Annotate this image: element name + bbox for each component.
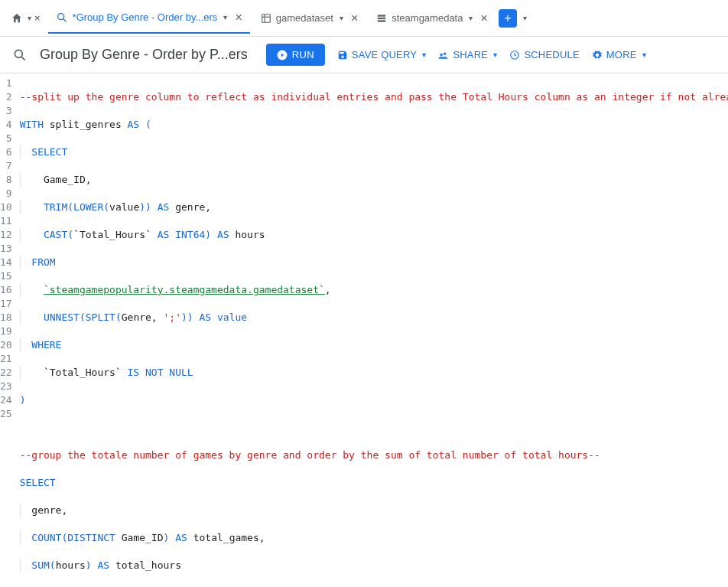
dropdown-icon[interactable]: ▾ [469, 14, 473, 22]
query-icon [56, 11, 68, 24]
dropdown-icon[interactable]: ▾ [340, 14, 343, 22]
svg-rect-5 [378, 15, 386, 16]
clock-icon [509, 50, 520, 60]
svg-line-9 [21, 56, 25, 60]
home-tab[interactable]: ▾ × [6, 12, 45, 24]
svg-rect-6 [378, 17, 386, 18]
code-content[interactable]: --split up the genre column to reflect a… [20, 77, 728, 587]
close-icon[interactable]: × [351, 11, 358, 25]
share-icon [438, 50, 449, 60]
tab-gamedataset[interactable]: gamedataset ▾ × [253, 3, 366, 34]
tab-label: gamedataset [276, 12, 333, 24]
close-icon[interactable]: × [235, 11, 242, 24]
new-tab-button[interactable]: + [499, 9, 517, 28]
close-icon[interactable]: × [34, 12, 41, 24]
sql-editor[interactable]: 1234567891011121314151617181920212223242… [0, 73, 728, 587]
dropdown-icon[interactable]: ▾ [223, 13, 227, 21]
run-button[interactable]: RUN [266, 44, 325, 66]
tab-label: steamgamedata [392, 12, 463, 24]
editor-toolbar: Group By Genre - Order by P...ers RUN SA… [0, 37, 728, 73]
dataset-icon [376, 13, 387, 24]
line-gutter: 1234567891011121314151617181920212223242… [0, 77, 20, 587]
share-button[interactable]: SHARE ▾ [438, 49, 497, 60]
schedule-button[interactable]: SCHEDULE [509, 49, 579, 60]
chevron-down-icon: ▾ [422, 51, 426, 59]
svg-line-1 [63, 18, 66, 21]
svg-rect-7 [378, 20, 386, 21]
query-icon [12, 47, 28, 63]
tab-query-active[interactable]: *Group By Genre - Order by...ers ▾ × [48, 3, 250, 34]
chevron-down-icon: ▾ [642, 51, 646, 59]
home-icon [11, 12, 23, 24]
play-icon [277, 50, 288, 60]
chevron-down-icon: ▾ [493, 51, 497, 59]
dropdown-icon[interactable]: ▾ [523, 14, 527, 22]
tab-steamgamedata[interactable]: steamgamedata ▾ × [369, 3, 496, 34]
tab-label: *Group By Genre - Order by...ers [73, 11, 218, 23]
save-icon [337, 50, 348, 60]
save-query-button[interactable]: SAVE QUERY ▾ [337, 49, 427, 60]
tab-bar: ▾ × *Group By Genre - Order by...ers ▾ ×… [0, 0, 728, 37]
svg-rect-2 [262, 14, 270, 22]
table-icon [261, 13, 271, 24]
close-icon[interactable]: × [480, 11, 487, 25]
gear-icon [592, 50, 603, 60]
more-button[interactable]: MORE ▾ [592, 49, 646, 60]
page-title: Group By Genre - Order by P...ers [40, 47, 248, 63]
dropdown-icon: ▾ [28, 14, 31, 22]
